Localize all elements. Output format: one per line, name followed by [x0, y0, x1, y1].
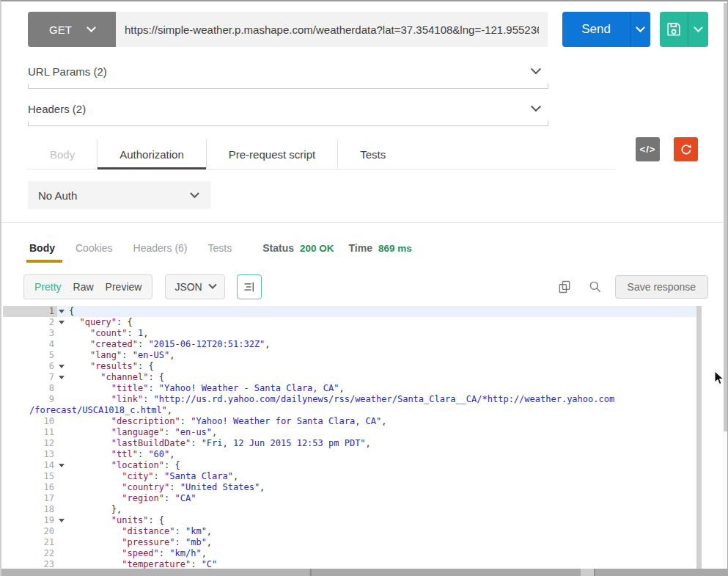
fold-spacer [57, 350, 69, 361]
code-text: "distance": "km", [69, 526, 696, 537]
send-button[interactable]: Send [562, 12, 630, 47]
code-line: 8 "title": "Yahoo! Weather - Santa Clara… [3, 383, 696, 394]
tab-body[interactable]: Body [28, 139, 97, 169]
fold-toggle-icon[interactable] [57, 306, 69, 317]
reset-request-button[interactable] [674, 137, 698, 161]
chevron-down-icon [636, 23, 645, 32]
code-text: "link": "http://us.rd.yahoo.com/dailynew… [69, 394, 696, 405]
fold-toggle-icon[interactable] [57, 515, 69, 526]
url-input[interactable] [116, 12, 548, 47]
code-line: 15 "city": "Santa Clara", [3, 471, 696, 482]
save-button[interactable] [660, 12, 688, 47]
fold-spacer [57, 537, 69, 548]
bottom-edge-segment [581, 569, 594, 576]
beautify-button[interactable] [237, 274, 262, 299]
auth-type-select[interactable]: No Auth [28, 181, 211, 209]
time-label: Time [349, 242, 372, 254]
code-text: "count": 1, [69, 328, 696, 339]
line-number: 2 [3, 317, 57, 328]
line-number: 22 [3, 548, 57, 559]
method-dropdown[interactable]: GET [28, 12, 116, 47]
send-options-dropdown[interactable] [630, 12, 650, 47]
response-tab-tests[interactable]: Tests [208, 242, 232, 258]
code-line: 21 "pressure": "mb", [3, 537, 696, 548]
response-tab-cookies[interactable]: Cookies [76, 242, 113, 258]
save-response-button[interactable]: Save response [615, 275, 708, 299]
line-number: 17 [3, 493, 57, 504]
bottom-edge-segment [1, 569, 309, 576]
tab-pre-request-script[interactable]: Pre-request script [206, 139, 337, 169]
fold-toggle-icon[interactable] [57, 372, 69, 383]
code-text: { [69, 306, 696, 317]
tab-authorization[interactable]: Authorization [97, 139, 206, 169]
line-number: 9 [3, 394, 57, 405]
code-line: 16 "country": "United States", [3, 482, 696, 493]
code-line: 19 "units": { [3, 515, 696, 526]
line-number: 20 [3, 526, 57, 537]
search-response-button[interactable] [586, 277, 605, 296]
code-line: 22 "speed": "km/h", [3, 548, 696, 559]
fold-toggle-icon[interactable] [57, 361, 69, 372]
code-text: "results": { [69, 361, 696, 372]
code-text: "ttl": "60", [69, 449, 696, 460]
save-button-group [660, 12, 708, 47]
code-text: "pressure": "mb", [69, 537, 696, 548]
status-value: 200 OK [300, 243, 334, 254]
line-number: 18 [3, 504, 57, 515]
code-line: 18 }, [3, 504, 696, 515]
code-text: "location": { [69, 460, 696, 471]
tab-tests[interactable]: Tests [337, 139, 408, 169]
chevron-down-icon [531, 64, 541, 74]
response-tab-body[interactable]: Body [29, 242, 55, 258]
url-params-label: URL Params (2) [28, 65, 107, 78]
line-number: 4 [3, 339, 57, 350]
send-button-group: Send [562, 12, 650, 47]
line-number: 6 [3, 361, 57, 372]
code-text: "region": "CA" [69, 493, 696, 504]
chevron-down-icon [87, 23, 96, 32]
code-line: 4 "created": "2015-06-12T20:51:32Z", [3, 339, 696, 350]
code-text: "title": "Yahoo! Weather - Santa Clara, … [69, 383, 696, 394]
code-line: 3 "count": 1, [3, 328, 696, 339]
format-select[interactable]: JSON [165, 274, 224, 299]
line-number: 13 [3, 449, 57, 460]
tab-label: Body [50, 148, 75, 161]
bottom-window-edge [1, 569, 728, 576]
chevron-down-icon [190, 189, 199, 198]
line-number: 14 [3, 460, 57, 471]
fold-toggle-icon[interactable] [57, 317, 69, 328]
code-line: 6 "results": { [3, 361, 696, 372]
line-number: 11 [3, 427, 57, 438]
request-url-row: GET Send [28, 12, 708, 47]
refresh-icon [680, 143, 693, 156]
save-floppy-icon [666, 21, 682, 37]
response-tab-headers[interactable]: Headers (6) [133, 242, 188, 258]
mode-raw[interactable]: Raw [73, 281, 94, 293]
line-number: 5 [3, 350, 57, 361]
generate-code-button[interactable]: </> [636, 137, 660, 161]
format-value: JSON [174, 281, 202, 293]
tab-label: Pre-request script [229, 148, 315, 161]
mode-pretty[interactable]: Pretty [34, 281, 62, 293]
code-text: "lastBuildDate": "Fri, 12 Jun 2015 12:53… [69, 438, 696, 449]
send-label: Send [581, 22, 611, 37]
code-line: 13 "ttl": "60", [3, 449, 696, 460]
bottom-edge-seam [594, 569, 595, 576]
fold-toggle-icon[interactable] [57, 460, 69, 471]
copy-response-button[interactable] [555, 277, 574, 296]
response-meta: Status 200 OK Time 869 ms [262, 242, 427, 258]
page-scrollbar-thumb[interactable] [724, 3, 728, 431]
code-text: "lang": "en-US", [69, 350, 696, 361]
editor-scrollbar[interactable] [696, 306, 702, 570]
line-number: 16 [3, 482, 57, 493]
copy-icon [557, 280, 572, 294]
code-line: 10 "description": "Yahoo! Weather for Sa… [3, 416, 696, 427]
save-options-dropdown[interactable] [688, 12, 708, 47]
code-text: "units": { [69, 515, 696, 526]
chevron-down-icon [531, 101, 541, 112]
fold-spacer [57, 427, 69, 438]
fold-spacer [57, 438, 69, 449]
code-text: "city": "Santa Clara", [69, 471, 696, 482]
mode-preview[interactable]: Preview [106, 281, 142, 293]
code-text: "channel": { [69, 372, 696, 383]
